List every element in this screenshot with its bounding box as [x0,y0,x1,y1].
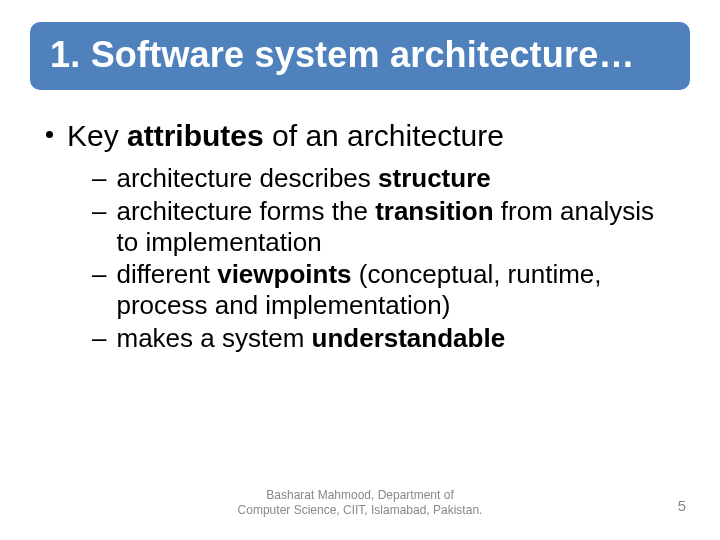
slide-content: Key attributes of an architecture – arch… [46,118,674,353]
sub-bullet-text: makes a system understandable [116,323,505,354]
text-fragment: architecture forms the [116,196,375,226]
sub-bullet-item: – architecture forms the transition from… [92,196,674,257]
slide-title-box: 1. Software system architecture… [30,22,690,90]
text-bold: transition [375,196,493,226]
text-fragment: of an architecture [264,119,504,152]
sub-bullet-item: – architecture describes structure [92,163,674,194]
sub-bullet-text: architecture forms the transition from a… [116,196,674,257]
text-bold: viewpoints [217,259,351,289]
footer-line-1: Basharat Mahmood, Department of [266,488,453,502]
text-fragment: makes a system [116,323,311,353]
sub-bullet-list: – architecture describes structure – arc… [92,163,674,353]
bullet-item: Key attributes of an architecture [46,118,674,153]
dash-icon: – [92,259,106,290]
dash-icon: – [92,196,106,227]
sub-bullet-item: – makes a system understandable [92,323,674,354]
text-fragment: architecture describes [116,163,378,193]
bullet-text: Key attributes of an architecture [67,118,504,153]
page-number: 5 [678,497,686,514]
dash-icon: – [92,163,106,194]
slide-title: 1. Software system architecture… [50,34,670,76]
footer-line-2: Computer Science, CIIT, Islamabad, Pakis… [238,503,483,517]
bullet-icon [46,131,53,138]
text-bold: understandable [312,323,506,353]
slide-footer: Basharat Mahmood, Department of Computer… [0,488,720,518]
text-bold: attributes [127,119,264,152]
text-bold: structure [378,163,491,193]
sub-bullet-text: architecture describes structure [116,163,490,194]
sub-bullet-item: – different viewpoints (conceptual, runt… [92,259,674,320]
sub-bullet-text: different viewpoints (conceptual, runtim… [116,259,674,320]
text-fragment: different [116,259,217,289]
text-fragment: Key [67,119,127,152]
dash-icon: – [92,323,106,354]
